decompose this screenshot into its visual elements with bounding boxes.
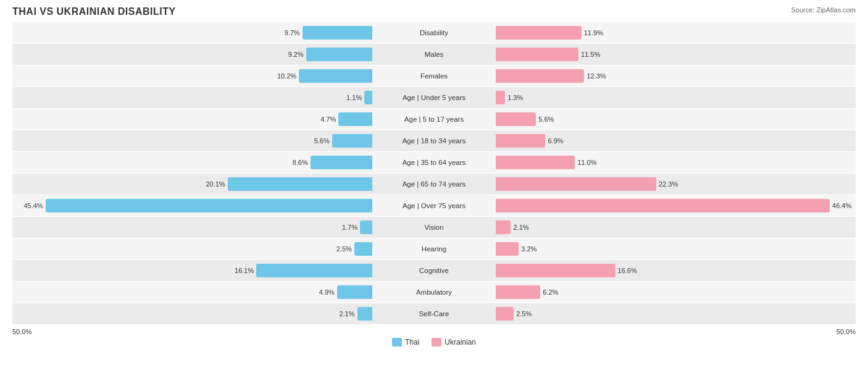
bar-left: 20.1% (228, 177, 372, 191)
bar-right: 2.1% (496, 220, 511, 234)
row-label: Self-Care (372, 310, 496, 317)
val-left: 9.7% (285, 29, 300, 36)
val-left: 9.2% (288, 51, 304, 58)
left-side: 2.1% (12, 303, 372, 324)
right-side: 2.5% (496, 303, 856, 324)
bar-row: 45.4% Age | Over 75 years 46.4% (12, 195, 856, 216)
bar-row: 4.7% Age | 5 to 17 years 5.6% (12, 109, 856, 130)
row-label: Males (372, 51, 496, 58)
val-right: 11.0% (577, 159, 596, 166)
bar-right: 12.3% (496, 69, 584, 83)
right-side: 6.2% (496, 282, 856, 303)
bar-right: 3.2% (496, 242, 519, 256)
val-right: 11.5% (581, 51, 600, 58)
val-right: 16.6% (618, 267, 637, 274)
bar-row: 10.2% Females 12.3% (12, 65, 856, 86)
val-right: 1.3% (507, 94, 523, 101)
val-right: 2.5% (516, 310, 532, 317)
left-side: 5.6% (12, 130, 372, 151)
val-left: 45.4% (23, 202, 43, 209)
row-label: Age | 18 to 34 years (372, 137, 496, 145)
bar-left: 1.7% (360, 220, 372, 234)
bar-row: 5.6% Age | 18 to 34 years 6.9% (12, 130, 856, 151)
bar-left: 4.7% (338, 112, 372, 126)
val-left: 10.2% (277, 72, 296, 80)
val-left: 1.1% (346, 94, 362, 101)
val-right: 3.2% (521, 245, 536, 253)
bar-row: 1.7% Vision 2.1% (12, 217, 856, 238)
row-label: Age | 65 to 74 years (372, 180, 496, 188)
axis-right: 50.0% (837, 328, 856, 335)
legend-label-ukrainian: Ukrainian (444, 338, 476, 346)
val-right: 6.9% (548, 137, 563, 145)
val-left: 4.7% (320, 116, 336, 123)
row-label: Hearing (372, 245, 496, 253)
val-left: 2.5% (336, 245, 352, 253)
bar-left: 1.1% (364, 91, 372, 104)
val-right: 12.3% (586, 72, 606, 80)
axis-left: 50.0% (12, 328, 31, 335)
axis-labels: 50.0% 50.0% (12, 328, 856, 335)
right-side: 11.5% (496, 44, 856, 65)
val-right: 2.1% (513, 224, 528, 231)
source-text: Source: ZipAtlas.com (791, 6, 856, 14)
legend-box-thai (392, 338, 402, 346)
chart-area: 9.7% Disability 11.9% 9.2% Males 11.5% (12, 22, 856, 324)
chart-container: THAI VS UKRAINIAN DISABILITY Source: Zip… (0, 0, 868, 378)
bar-right: 11.9% (496, 26, 582, 40)
bar-left: 2.1% (357, 307, 372, 321)
bar-left: 2.5% (354, 242, 372, 256)
row-label: Vision (372, 224, 496, 231)
left-side: 2.5% (12, 238, 372, 259)
legend-item-thai: Thai (392, 338, 419, 346)
bar-right: 1.3% (496, 91, 505, 104)
bar-row: 9.2% Males 11.5% (12, 44, 856, 65)
val-right: 6.2% (543, 288, 558, 296)
left-side: 10.2% (12, 65, 372, 86)
bar-right: 22.3% (496, 177, 656, 191)
right-side: 12.3% (496, 65, 856, 86)
bar-right: 16.6% (496, 264, 616, 277)
right-side: 11.9% (496, 22, 856, 43)
bar-left: 10.2% (299, 69, 372, 83)
right-side: 16.6% (496, 260, 856, 281)
val-left: 1.7% (342, 224, 357, 231)
row-label: Disability (372, 29, 496, 36)
bar-row: 16.1% Cognitive 16.6% (12, 260, 856, 281)
bar-row: 1.1% Age | Under 5 years 1.3% (12, 87, 856, 108)
val-left: 4.9% (319, 288, 335, 296)
left-side: 4.9% (12, 282, 372, 303)
row-label: Females (372, 72, 496, 80)
bar-left: 45.4% (46, 199, 372, 212)
left-side: 9.2% (12, 44, 372, 65)
val-left: 5.6% (314, 137, 330, 145)
bar-right: 6.9% (496, 134, 545, 148)
val-right: 22.3% (659, 180, 678, 188)
left-side: 16.1% (12, 260, 372, 281)
bar-left: 16.1% (256, 264, 372, 277)
bar-row: 4.9% Ambulatory 6.2% (12, 282, 856, 303)
val-left: 20.1% (206, 180, 225, 188)
val-left: 8.6% (293, 159, 308, 166)
bar-right: 11.0% (496, 156, 575, 169)
legend-item-ukrainian: Ukrainian (432, 338, 476, 346)
left-side: 4.7% (12, 109, 372, 130)
row-label: Ambulatory (372, 288, 496, 296)
bar-left: 9.2% (306, 48, 372, 61)
right-side: 46.4% (496, 195, 856, 216)
val-left: 16.1% (235, 267, 254, 274)
row-label: Age | 35 to 64 years (372, 159, 496, 166)
bar-left: 5.6% (332, 134, 372, 148)
right-side: 6.9% (496, 130, 856, 151)
bar-row: 20.1% Age | 65 to 74 years 22.3% (12, 174, 856, 195)
left-side: 20.1% (12, 174, 372, 195)
legend: Thai Ukrainian (12, 338, 856, 346)
left-side: 1.7% (12, 217, 372, 238)
chart-title: THAI VS UKRAINIAN DISABILITY (12, 6, 856, 17)
right-side: 11.0% (496, 152, 856, 173)
row-label: Age | Under 5 years (372, 94, 496, 101)
bar-row: 8.6% Age | 35 to 64 years 11.0% (12, 152, 856, 173)
bar-right: 46.4% (496, 199, 830, 212)
legend-label-thai: Thai (405, 338, 419, 346)
bar-left: 8.6% (311, 156, 372, 169)
